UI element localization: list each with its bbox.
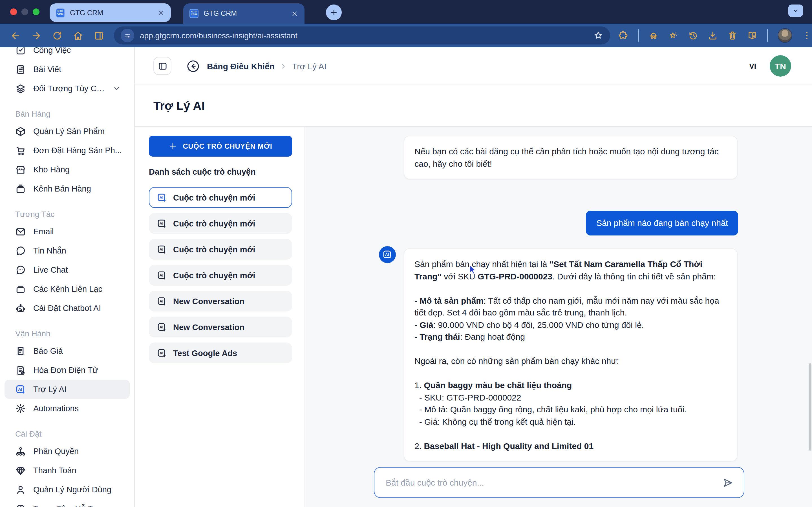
download-button[interactable] (708, 31, 718, 41)
chevron-down-icon (113, 84, 121, 93)
sidebar-item-tin-nh-n[interactable]: Tin Nhắn (0, 241, 134, 260)
tab-list: GTGCRMGTG CRMGTGCRMGTG CRM (50, 3, 305, 22)
gtg-crm-favicon: GTGCRM (190, 9, 199, 18)
chat-dots-icon (15, 265, 26, 275)
sidebar-item-label: Đối Tượng Tùy Chỉnh (33, 84, 105, 93)
sidebar-item-h-a-n-i-n-t-[interactable]: Hóa Đơn Điện Tử (0, 360, 134, 380)
side-panel-button[interactable] (94, 30, 104, 41)
conversation-item-label: Cuộc trò chuyện mới (173, 193, 255, 202)
sidebar-item-tr-l-ai[interactable]: AITrợ Lý AI (4, 380, 130, 399)
sidebar-item-label: Trung Tâm Hỗ Trợ (33, 504, 129, 507)
new-tab-button[interactable] (326, 4, 342, 20)
conversation-item-label: New Conversation (173, 323, 245, 332)
bookmark-star-icon[interactable] (593, 31, 603, 41)
sidebar-item-qu-n-l-s-n-ph-m[interactable]: Quản Lý Sản Phẩm (0, 122, 134, 141)
address-bar[interactable]: app.gtgcrm.com/business-insight/ai-assis… (114, 26, 610, 45)
package-icon (15, 126, 26, 136)
sidebar-item--i-t-ng-t-y-ch-nh[interactable]: Đối Tượng Tùy Chỉnh (0, 79, 134, 98)
reload-button[interactable] (52, 30, 63, 41)
window-minimize-button[interactable] (21, 8, 28, 15)
conversation-item[interactable]: AITest Google Ads (149, 342, 292, 363)
tab-search-chevron-button[interactable] (788, 4, 803, 17)
sidebar-section-header: Tương Tác (0, 203, 134, 222)
sidebar-item-b-o-gi-[interactable]: Báo Giá (0, 341, 134, 360)
sidebar-item-thanh-to-n[interactable]: Thanh Toán (0, 461, 134, 480)
history-button[interactable] (688, 31, 698, 41)
sidebar-item--n-t-h-ng-s-n-ph-[interactable]: Đơn Đặt Hàng Sản Ph... (0, 141, 134, 160)
chat-input[interactable] (385, 477, 722, 488)
nav-buttons (0, 30, 104, 41)
gtg-crm-favicon: GTGCRM (56, 8, 65, 17)
header-right: VI TN (749, 55, 791, 76)
plus-icon (330, 8, 338, 16)
send-icon[interactable] (722, 477, 733, 488)
browser-toolbar: app.gtgcrm.com/business-insight/ai-assis… (0, 24, 812, 47)
sidebar-item-email[interactable]: Email (0, 222, 134, 241)
ai-square-icon: AI (157, 322, 167, 332)
sidebar-toggle-button[interactable] (153, 57, 171, 75)
breadcrumb-root[interactable]: Bảng Điều Khiển (207, 61, 274, 71)
browser-tab[interactable]: GTGCRMGTG CRM (183, 3, 305, 24)
star-sparkle-button[interactable] (668, 31, 678, 41)
channels-box-icon (15, 284, 26, 294)
sidebar-item-qu-n-l-ng-i-d-ng[interactable]: Quản Lý Người Dùng (0, 480, 134, 499)
reading-list-button[interactable] (747, 31, 757, 41)
sidebar-item-ph-n-quy-n[interactable]: Phân Quyền (0, 442, 134, 461)
screen: GTGCRMGTG CRMGTGCRMGTG CRM app.gtgcrm.co… (0, 0, 812, 507)
forward-button[interactable] (31, 30, 42, 41)
ai-square-icon: AI (157, 348, 167, 358)
sidebar-item-label: Email (33, 227, 129, 236)
conversation-panel: CUỘC TRÒ CHUYỆN MỚI Danh sách cuộc trò c… (135, 127, 305, 507)
sidebar-item-c-i-t-chatbot-ai[interactable]: Cài Đặt Chatbot AI (0, 298, 134, 318)
conversation-item-label: Cuộc trò chuyện mới (173, 245, 255, 254)
chat-bubble-icon (15, 245, 26, 256)
gear-icon (15, 403, 26, 414)
sidebar-item-c-ng-vi-c[interactable]: Công Việc (0, 47, 134, 60)
ai-square-icon: AI (157, 296, 167, 306)
trash-button[interactable] (727, 31, 738, 41)
sidebar-item-c-c-k-nh-li-n-l-c[interactable]: Các Kênh Liên Lạc (0, 279, 134, 298)
tab-close-icon[interactable] (157, 9, 165, 16)
chat-scrollbar-thumb[interactable] (809, 363, 811, 451)
conversation-list-heading: Danh sách cuộc trò chuyện (149, 167, 256, 176)
sidebar-item-k-nh-b-n-h-ng[interactable]: Kênh Bán Hàng (0, 179, 134, 198)
crm-app: Công ViệcBài ViếtĐối Tượng Tùy ChỉnhBán … (0, 47, 812, 507)
conversation-item[interactable]: AINew Conversation (149, 317, 292, 337)
back-circle-button[interactable] (186, 59, 200, 73)
sidebar-item-kho-h-ng[interactable]: Kho Hàng (0, 160, 134, 179)
mail-icon (15, 226, 26, 237)
svg-text:AI: AI (160, 351, 163, 355)
browser-profile-avatar[interactable] (777, 28, 792, 43)
conversation-item[interactable]: AICuộc trò chuyện mới (149, 239, 292, 260)
conversation-item[interactable]: AICuộc trò chuyện mới (149, 187, 292, 208)
new-conversation-label: CUỘC TRÒ CHUYỆN MỚI (183, 142, 272, 150)
home-button[interactable] (73, 30, 84, 41)
sidebar-item-live-chat[interactable]: Live Chat (0, 260, 134, 279)
sidebar-item-label: Live Chat (33, 265, 129, 274)
sidebar-item-label: Công Việc (33, 47, 129, 55)
svg-text:AI: AI (160, 195, 163, 200)
language-selector[interactable]: VI (749, 62, 756, 70)
conversation-item[interactable]: AINew Conversation (149, 291, 292, 312)
browser-tab[interactable]: GTGCRMGTG CRM (50, 3, 171, 22)
conversation-item[interactable]: AICuộc trò chuyện mới (149, 265, 292, 286)
site-settings-button[interactable] (121, 29, 134, 42)
menu-dots-button[interactable] (802, 31, 812, 41)
sidebar-item-label: Quản Lý Sản Phẩm (33, 127, 129, 136)
tab-close-icon[interactable] (291, 10, 298, 17)
incognito-button[interactable] (649, 31, 659, 41)
extensions-puzzle-button[interactable] (618, 31, 628, 41)
back-button[interactable] (10, 30, 21, 41)
window-zoom-button[interactable] (33, 8, 40, 15)
window-close-button[interactable] (10, 8, 17, 15)
sales-channel-icon (15, 183, 26, 194)
new-conversation-button[interactable]: CUỘC TRÒ CHUYỆN MỚI (149, 136, 292, 157)
ai-message-bubble: Sản phẩm bán chạy nhất hiện tại là "Set … (404, 248, 738, 461)
sidebar-item-trung-t-m-h-tr-[interactable]: Trung Tâm Hỗ Trợ (0, 499, 134, 507)
sidebar-item-b-i-vi-t[interactable]: Bài Viết (0, 60, 134, 79)
user-avatar[interactable]: TN (770, 55, 791, 76)
conversation-item[interactable]: AICuộc trò chuyện mới (149, 213, 292, 234)
url-text: app.gtgcrm.com/business-insight/ai-assis… (140, 31, 588, 40)
ai-square-icon: AI (157, 192, 167, 203)
sidebar-item-automations[interactable]: Automations (0, 399, 134, 418)
